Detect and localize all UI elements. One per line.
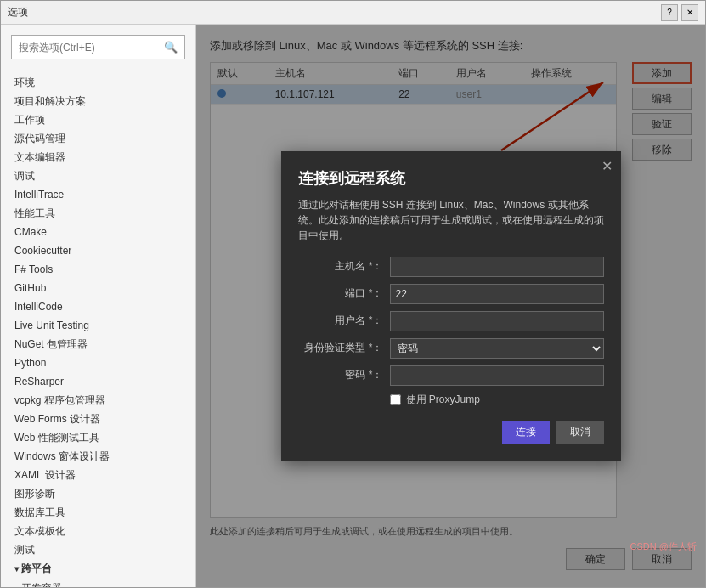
main-window: 选项 ? ✕ 🔍 环境 项目和解决方案 工作项 源代码管理 文本编辑器 调试 I…	[0, 0, 706, 588]
modal-form: 主机名 *： 端口 *： 用户名 *： 身份验证类型 *：	[298, 257, 604, 407]
hostname-label: 主机名 *：	[298, 259, 383, 274]
port-input[interactable]	[390, 284, 604, 304]
username-row: 用户名 *：	[298, 311, 604, 331]
proxyjump-label: 使用 ProxyJump	[406, 393, 480, 407]
username-label: 用户名 *：	[298, 314, 383, 328]
connect-button[interactable]: 连接	[502, 421, 550, 444]
proxyjump-row: 使用 ProxyJump	[298, 393, 604, 407]
sidebar-item-python[interactable]: Python	[1, 353, 195, 372]
sidebar-item-cmake[interactable]: CMake	[1, 223, 195, 241]
close-button[interactable]: ✕	[681, 4, 698, 21]
modal-description: 通过此对话框使用 SSH 连接到 Linux、Mac、Windows 或其他系统…	[298, 197, 604, 243]
sidebar-item-xaml[interactable]: XAML 设计器	[1, 466, 195, 484]
sidebar-item-nuget[interactable]: NuGet 包管理器	[1, 335, 195, 353]
modal-footer: 连接 取消	[298, 421, 604, 444]
sidebar-item-cookiecutter[interactable]: Cookiecutter	[1, 241, 195, 260]
sidebar-item-winforms[interactable]: Windows 窗体设计器	[1, 447, 195, 466]
sidebar-item-webforms[interactable]: Web Forms 设计器	[1, 410, 195, 428]
sidebar-item-github[interactable]: GitHub	[1, 279, 195, 297]
sidebar-item-resharper[interactable]: ReSharper	[1, 372, 195, 391]
sidebar-item-test[interactable]: 测试	[1, 540, 195, 559]
content-area: 添加或移除到 Linux、Mac 或 Windows 等远程系统的 SSH 连接…	[196, 25, 705, 587]
sidebar-item-workitem[interactable]: 工作项	[1, 110, 195, 129]
sidebar-item-intellitrace[interactable]: IntelliTrace	[1, 185, 195, 204]
username-input[interactable]	[390, 311, 604, 331]
search-icon[interactable]: 🔍	[164, 41, 178, 54]
watermark: CSDN @仵人斩	[630, 540, 697, 553]
sidebar-item-liveunit[interactable]: Live Unit Testing	[1, 316, 195, 335]
password-input[interactable]	[390, 365, 604, 386]
sidebar-item-database[interactable]: 数据库工具	[1, 503, 195, 522]
auth-label: 身份验证类型 *：	[298, 341, 383, 355]
modal-overlay: ✕ 连接到远程系统 通过此对话框使用 SSH 连接到 Linux、Mac、Win…	[196, 25, 705, 587]
sidebar-item-graphics[interactable]: 图形诊断	[1, 484, 195, 503]
sidebar-item-texteditor[interactable]: 文本编辑器	[1, 148, 195, 167]
sidebar-item-webperf[interactable]: Web 性能测试工具	[1, 428, 195, 447]
modal-cancel-button[interactable]: 取消	[556, 421, 604, 444]
sidebar-item-perftools[interactable]: 性能工具	[1, 204, 195, 223]
sidebar-item-environment[interactable]: 环境	[1, 73, 195, 92]
sidebar-list: 环境 项目和解决方案 工作项 源代码管理 文本编辑器 调试 IntelliTra…	[1, 70, 195, 587]
port-row: 端口 *：	[298, 284, 604, 304]
password-label: 密码 *：	[298, 368, 383, 382]
sidebar-item-intellicode[interactable]: IntelliCode	[1, 297, 195, 316]
modal-dialog: ✕ 连接到远程系统 通过此对话框使用 SSH 连接到 Linux、Mac、Win…	[281, 151, 621, 461]
sidebar: 🔍 环境 项目和解决方案 工作项 源代码管理 文本编辑器 调试 IntelliT…	[1, 25, 196, 587]
window-title: 选项	[8, 5, 28, 20]
sidebar-item-crossplatform[interactable]: 跨平台	[1, 559, 195, 579]
title-bar-controls: ? ✕	[661, 4, 698, 21]
hostname-input[interactable]	[390, 257, 604, 277]
password-row: 密码 *：	[298, 365, 604, 386]
auth-select[interactable]: 密码 私钥	[390, 338, 604, 359]
sidebar-item-project[interactable]: 项目和解决方案	[1, 92, 195, 110]
sidebar-item-debug[interactable]: 调试	[1, 167, 195, 185]
modal-close-button[interactable]: ✕	[602, 158, 613, 174]
help-button[interactable]: ?	[661, 4, 678, 21]
modal-title: 连接到远程系统	[298, 168, 604, 189]
title-bar: 选项 ? ✕	[1, 1, 705, 25]
port-label: 端口 *：	[298, 286, 383, 301]
sidebar-item-sourcecontrol[interactable]: 源代码管理	[1, 129, 195, 148]
sidebar-item-fsharp[interactable]: F# Tools	[1, 260, 195, 279]
proxyjump-checkbox[interactable]	[390, 394, 401, 405]
window-body: 🔍 环境 项目和解决方案 工作项 源代码管理 文本编辑器 调试 IntelliT…	[1, 25, 705, 587]
search-box[interactable]: 🔍	[11, 35, 185, 59]
search-input[interactable]	[19, 42, 164, 54]
auth-row: 身份验证类型 *： 密码 私钥	[298, 338, 604, 359]
sidebar-item-vcpkg[interactable]: vcpkg 程序包管理器	[1, 391, 195, 410]
sidebar-item-devcontainer[interactable]: 开发容器	[1, 579, 195, 587]
hostname-row: 主机名 *：	[298, 257, 604, 277]
sidebar-item-texttemplate[interactable]: 文本模板化	[1, 522, 195, 540]
